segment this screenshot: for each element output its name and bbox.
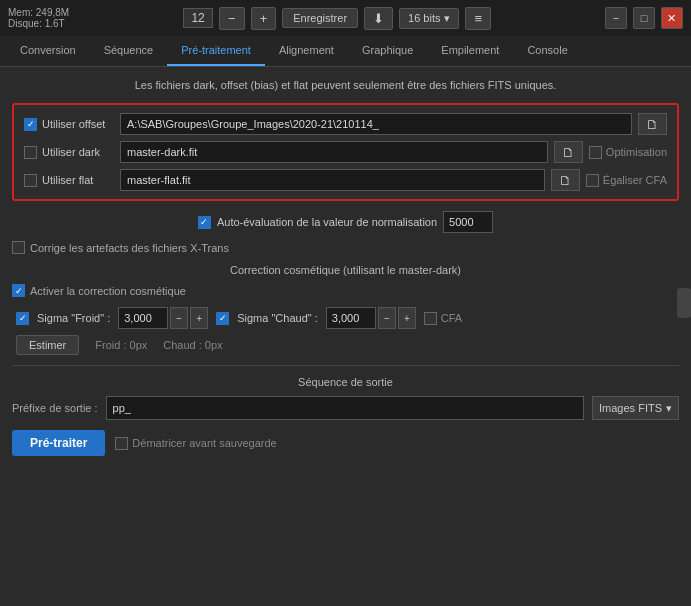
offset-browse-button[interactable]: 🗋 [638, 113, 667, 135]
prefix-label: Préfixe de sortie : [12, 402, 98, 414]
zoom-minus-button[interactable]: − [219, 7, 245, 30]
zoom-value[interactable]: 12 [183, 8, 213, 28]
prefix-row: Préfixe de sortie : Images FITS ▾ [12, 396, 679, 420]
dark-path-input[interactable] [120, 141, 548, 163]
sigma-froid-input-group: − + [118, 307, 208, 329]
sigma-row: Sigma "Froid" : − + Sigma "Chaud" : − + … [12, 307, 679, 329]
sigma-froid-checkbox[interactable] [16, 312, 29, 325]
sigma-chaud-input-group: − + [326, 307, 416, 329]
tab-empilement[interactable]: Empilement [427, 36, 513, 66]
cosm-section-title: Correction cosmétique (utilisant le mast… [12, 264, 679, 276]
restore-button[interactable]: □ [633, 7, 655, 29]
egaliser-checkbox[interactable] [586, 174, 599, 187]
sigma-froid-input[interactable] [118, 307, 168, 329]
flat-path-input[interactable] [120, 169, 545, 191]
offset-row: Utiliser offset 🗋 [24, 113, 667, 135]
dark-row: Utiliser dark 🗋 Optimisation [24, 141, 667, 163]
offset-path-input[interactable] [120, 113, 632, 135]
xtrans-label: Corrige les artefacts des fichiers X-Tra… [30, 242, 229, 254]
optimisation-checkbox[interactable] [589, 146, 602, 159]
sigma-froid-minus-button[interactable]: − [170, 307, 188, 329]
system-info: Mem: 249,8M Disque: 1.6T [8, 7, 69, 29]
auto-eval-row: Auto-évaluation de la valeur de normalis… [12, 211, 679, 233]
egaliser-checkbox-group[interactable]: Égaliser CFA [586, 174, 667, 187]
format-chevron-icon: ▾ [666, 402, 672, 415]
estimer-button[interactable]: Estimer [16, 335, 79, 355]
tab-conversion[interactable]: Conversion [6, 36, 90, 66]
sigma-froid-plus-button[interactable]: + [190, 307, 208, 329]
optimisation-checkbox-group[interactable]: Optimisation [589, 146, 667, 159]
cfa-label: CFA [441, 312, 462, 324]
offset-checkbox[interactable] [24, 118, 37, 131]
flat-checkbox[interactable] [24, 174, 37, 187]
sigma-chaud-label: Sigma "Chaud" : [237, 312, 318, 324]
titlebar-controls: 12 − + Enregistrer ⬇ 16 bits ▾ ≡ [183, 7, 491, 30]
estimate-row: Estimer Froid : 0px Chaud : 0px [12, 335, 679, 355]
titlebar: Mem: 249,8M Disque: 1.6T 12 − + Enregist… [0, 0, 691, 36]
auto-eval-label: Auto-évaluation de la valeur de normalis… [217, 216, 437, 228]
dark-checkbox-label[interactable]: Utiliser dark [24, 146, 114, 159]
output-seq-section: Séquence de sortie Préfixe de sortie : I… [12, 365, 679, 456]
sigma-chaud-plus-button[interactable]: + [398, 307, 416, 329]
dematricer-checkbox[interactable] [115, 437, 128, 450]
xtrans-checkbox[interactable] [12, 241, 25, 254]
close-button[interactable]: ✕ [661, 7, 683, 29]
cfa-checkbox-group[interactable]: CFA [424, 312, 462, 325]
chaud-info: Chaud : 0px [163, 339, 222, 351]
zoom-plus-button[interactable]: + [251, 7, 277, 30]
dark-label: Utiliser dark [42, 146, 100, 158]
egaliser-label: Égaliser CFA [603, 174, 667, 186]
tab-graphique[interactable]: Graphique [348, 36, 427, 66]
pretraiter-button[interactable]: Pré-traiter [12, 430, 105, 456]
minimize-button[interactable]: − [605, 7, 627, 29]
dark-checkbox[interactable] [24, 146, 37, 159]
cfa-checkbox[interactable] [424, 312, 437, 325]
activer-cosm-checkbox[interactable] [12, 284, 25, 297]
output-seq-title: Séquence de sortie [12, 376, 679, 388]
dematricer-label: Dématricer avant sauvegarde [132, 437, 276, 449]
sigma-chaud-input[interactable] [326, 307, 376, 329]
sigma-chaud-checkbox[interactable] [216, 312, 229, 325]
activer-cosm-row: Activer la correction cosmétique [12, 284, 679, 297]
navigation-tabs: Conversion Séquence Pré-traitement Align… [0, 36, 691, 67]
tab-sequence[interactable]: Séquence [90, 36, 168, 66]
main-panel: Les fichiers dark, offset (bias) et flat… [0, 67, 691, 601]
flat-browse-button[interactable]: 🗋 [551, 169, 580, 191]
tab-console[interactable]: Console [513, 36, 581, 66]
xtrans-row: Corrige les artefacts des fichiers X-Tra… [12, 241, 679, 254]
tab-alignement[interactable]: Alignement [265, 36, 348, 66]
auto-eval-checkbox[interactable] [198, 216, 211, 229]
info-text: Les fichiers dark, offset (bias) et flat… [12, 77, 679, 93]
dematricer-checkbox-group[interactable]: Dématricer avant sauvegarde [115, 437, 276, 450]
tab-pretraitement[interactable]: Pré-traitement [167, 36, 265, 66]
auto-eval-input[interactable] [443, 211, 493, 233]
menu-button[interactable]: ≡ [465, 7, 491, 30]
optimisation-label: Optimisation [606, 146, 667, 158]
disk-info: Disque: 1.6T [8, 18, 69, 29]
format-label: Images FITS [599, 402, 662, 414]
scroll-handle[interactable] [677, 288, 691, 318]
flat-checkbox-label[interactable]: Utiliser flat [24, 174, 114, 187]
mem-info: Mem: 249,8M [8, 7, 69, 18]
activer-cosm-label: Activer la correction cosmétique [30, 285, 186, 297]
prefix-input[interactable] [106, 396, 584, 420]
depth-selector[interactable]: 16 bits ▾ [399, 8, 459, 29]
download-button[interactable]: ⬇ [364, 7, 393, 30]
sigma-chaud-minus-button[interactable]: − [378, 307, 396, 329]
action-row: Pré-traiter Dématricer avant sauvegarde [12, 430, 679, 456]
save-button[interactable]: Enregistrer [282, 8, 358, 28]
flat-label: Utiliser flat [42, 174, 93, 186]
format-selector[interactable]: Images FITS ▾ [592, 396, 679, 420]
offset-checkbox-label[interactable]: Utiliser offset [24, 118, 114, 131]
flat-row: Utiliser flat 🗋 Égaliser CFA [24, 169, 667, 191]
dark-browse-button[interactable]: 🗋 [554, 141, 583, 163]
sigma-froid-label: Sigma "Froid" : [37, 312, 110, 324]
froid-info: Froid : 0px [95, 339, 147, 351]
window-controls: − □ ✕ [605, 7, 683, 29]
calibration-files-section: Utiliser offset 🗋 Utiliser dark 🗋 Optimi… [12, 103, 679, 201]
offset-label: Utiliser offset [42, 118, 105, 130]
